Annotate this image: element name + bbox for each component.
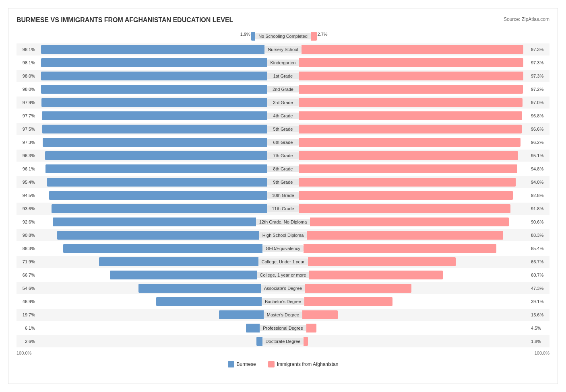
bar-center-label: 3rd Grade xyxy=(267,99,299,106)
bar-right-value: 47.3% xyxy=(529,286,549,291)
bar-row: 96.3%7th Grade95.1% xyxy=(17,150,549,162)
legend-afghanistan: Immigrants from Afghanistan xyxy=(268,361,339,367)
bar-left-value: 94.5% xyxy=(17,193,37,198)
bar-right-value: 97.0% xyxy=(529,100,549,105)
legend-burmese-color xyxy=(228,361,234,367)
bar-center-label: Associate's Degree xyxy=(261,285,305,291)
bar-left-value: 46.9% xyxy=(17,299,37,304)
bar-row: 66.7%College, 1 year or more60.7% xyxy=(17,269,549,281)
bar-right-value: 94.8% xyxy=(529,166,549,171)
bar-row: 97.3%6th Grade96.2% xyxy=(17,136,549,148)
bar-center-label: Doctorate Degree xyxy=(262,338,304,345)
bar-left-value: 2.6% xyxy=(17,339,37,344)
axis-left-label: 100.0% xyxy=(17,351,31,355)
bar-left-value: 92.6% xyxy=(17,220,37,224)
bar-row: 94.5%10th Grade92.8% xyxy=(17,189,549,201)
bar-center-label: 1st Grade xyxy=(267,73,299,79)
bar-row: 97.5%5th Grade96.6% xyxy=(17,123,549,135)
bar-right-value: 85.4% xyxy=(529,246,549,251)
bar-left-value: 97.9% xyxy=(17,100,37,105)
bar-left-value: 97.3% xyxy=(17,140,37,145)
bar-left-value: 98.0% xyxy=(17,87,37,92)
bar-right-value: 1.8% xyxy=(529,339,549,344)
chart-source: Source: ZipAtlas.com xyxy=(504,16,549,22)
bar-center-label: No Schooling Completed xyxy=(255,33,311,39)
bar-right-value: 97.3% xyxy=(529,47,549,52)
bar-right-value: 96.8% xyxy=(529,113,549,118)
bar-center-label: College, Under 1 year xyxy=(258,259,308,265)
bar-row: 19.7%Master's Degree15.6% xyxy=(17,309,549,321)
bar-center-label: 7th Grade xyxy=(267,152,299,159)
bar-right-value: 91.8% xyxy=(529,206,549,211)
bar-left-value: 93.6% xyxy=(17,206,37,211)
bar-center-label: High School Diploma xyxy=(259,232,307,238)
legend-burmese: Burmese xyxy=(228,361,256,367)
bar-left-value: 98.0% xyxy=(17,74,37,78)
bar-row: 2.6%Doctorate Degree1.8% xyxy=(17,335,549,347)
bar-center-label: 10th Grade xyxy=(267,192,299,199)
chart-title: BURMESE VS IMMIGRANTS FROM AFGHANISTAN E… xyxy=(17,16,233,24)
bar-row: 54.6%Associate's Degree47.3% xyxy=(17,282,549,294)
bar-chart: 1.9%No Schooling Completed2.7%98.1%Nurse… xyxy=(17,30,549,347)
bar-row: 95.4%9th Grade94.0% xyxy=(17,176,549,188)
bar-center-label: Nursery School xyxy=(264,46,301,53)
bar-row: 98.0%2nd Grade97.2% xyxy=(17,83,549,95)
bar-right-value: 97.3% xyxy=(529,74,549,78)
axis-right-label: 100.0% xyxy=(535,351,549,355)
bar-left-value: 97.5% xyxy=(17,127,37,131)
bar-left-value: 71.9% xyxy=(17,259,37,264)
bar-row: 6.1%Professional Degree4.5% xyxy=(17,322,549,334)
bar-center-label: 12th Grade, No Diploma xyxy=(256,219,310,225)
legend: Burmese Immigrants from Afghanistan xyxy=(17,361,549,367)
bar-row: 98.0%1st Grade97.3% xyxy=(17,70,549,82)
bar-left-value: 96.3% xyxy=(17,153,37,158)
legend-afghanistan-color xyxy=(268,361,275,367)
bar-left-value: 98.1% xyxy=(17,60,37,65)
bar-left-value: 90.8% xyxy=(17,233,37,238)
bar-row: 98.1%Kindergarten97.3% xyxy=(17,57,549,69)
bar-right-value: 92.8% xyxy=(529,193,549,198)
bar-center-label: 6th Grade xyxy=(267,139,299,146)
bar-row: 97.9%3rd Grade97.0% xyxy=(17,96,549,109)
bar-right-value: 60.7% xyxy=(529,273,549,277)
bar-center-label: 11th Grade xyxy=(267,205,299,212)
bar-center-label: 2nd Grade xyxy=(267,86,299,92)
bar-left-value: 6.1% xyxy=(17,326,37,330)
bar-row: 46.9%Bachelor's Degree39.1% xyxy=(17,296,549,308)
bar-row: 90.8%High School Diploma88.3% xyxy=(17,229,549,241)
legend-afghanistan-label: Immigrants from Afghanistan xyxy=(277,361,339,367)
bar-row: 96.1%8th Grade94.8% xyxy=(17,163,549,175)
bar-right-value: 95.1% xyxy=(529,153,549,158)
bar-left-value: 88.3% xyxy=(17,246,37,251)
bar-right-value: 97.2% xyxy=(529,87,549,92)
chart-container: BURMESE VS IMMIGRANTS FROM AFGHANISTAN E… xyxy=(8,8,558,384)
bar-left-value: 96.1% xyxy=(17,166,37,171)
bar-center-label: 5th Grade xyxy=(267,126,299,132)
bar-right-value: 66.7% xyxy=(529,259,549,264)
bar-row: 1.9%No Schooling Completed2.7% xyxy=(17,30,549,42)
bar-right-value: 94.0% xyxy=(529,180,549,185)
bar-center-label: 4th Grade xyxy=(267,113,299,119)
bar-row: 97.7%4th Grade96.8% xyxy=(17,110,549,122)
bar-right-value: 88.3% xyxy=(529,233,549,238)
bar-center-label: College, 1 year or more xyxy=(257,272,310,278)
bar-left-value: 54.6% xyxy=(17,286,37,291)
bar-left-value: 95.4% xyxy=(17,180,37,185)
bar-right-value: 90.6% xyxy=(529,220,549,224)
bar-row: 93.6%11th Grade91.8% xyxy=(17,203,549,215)
bar-left-value: 97.7% xyxy=(17,113,37,118)
bar-right-value: 15.6% xyxy=(529,312,549,317)
bar-right-value: 97.3% xyxy=(529,60,549,65)
bar-right-value: 4.5% xyxy=(529,326,549,330)
bar-right-value: 39.1% xyxy=(529,299,549,304)
bar-row: 71.9%College, Under 1 year66.7% xyxy=(17,256,549,268)
bar-center-label: Kindergarten xyxy=(267,60,299,66)
bar-left-value: 19.7% xyxy=(17,312,37,317)
bar-left-value: 66.7% xyxy=(17,273,37,277)
bar-left-value: 98.1% xyxy=(17,47,37,52)
bar-right-value: 96.2% xyxy=(529,140,549,145)
bar-row: 98.1%Nursery School97.3% xyxy=(17,43,549,55)
bar-center-label: GED/Equivalency xyxy=(262,245,304,252)
bar-row: 88.3%GED/Equivalency85.4% xyxy=(17,242,549,254)
axis-labels: 100.0% 100.0% xyxy=(17,351,549,355)
